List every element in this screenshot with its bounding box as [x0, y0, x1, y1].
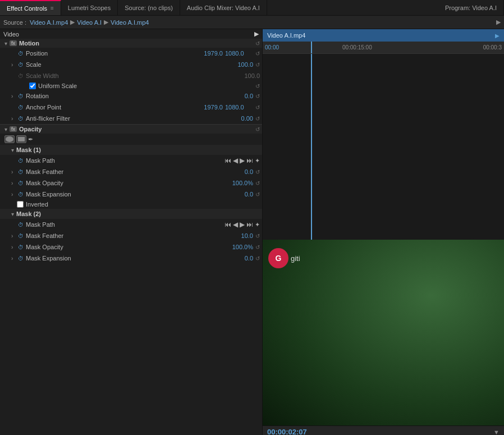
mask-1-header[interactable]: ▾ Mask (1) [0, 145, 262, 155]
mask1-feather-label: Mask Feather [26, 168, 225, 175]
mask2-path-play-btn[interactable]: ▶ [240, 221, 245, 228]
position-x-value[interactable]: 1979.0 [195, 50, 223, 57]
marker-btn[interactable]: ▼ [493, 429, 500, 436]
mask-path-prev-btn[interactable]: ◀ [233, 157, 238, 164]
mask1-opacity-label: Mask Opacity [26, 180, 219, 186]
tab-source[interactable]: Source: (no clips) [118, 0, 180, 15]
mask2-opacity-reset[interactable]: ↺ [255, 244, 260, 250]
uniform-scale-reset-btn[interactable]: ↺ [255, 83, 260, 89]
mask2-path-first-btn[interactable]: ⏮ [224, 221, 231, 228]
mask1-collapse-arrow[interactable]: ▾ [11, 147, 14, 153]
mask2-feather-expand[interactable]: › [11, 233, 18, 239]
mask2-path-prev-btn[interactable]: ◀ [233, 221, 238, 228]
tab-program-monitor[interactable]: Program: Video A.I [438, 0, 504, 15]
rect-mask-btn[interactable] [16, 135, 26, 143]
mask2-path-next-btn[interactable]: ⏭ [246, 221, 253, 228]
rotation-reset-btn[interactable]: ↺ [255, 93, 260, 99]
opacity-collapse-arrow[interactable]: ▾ [4, 126, 7, 132]
anti-flicker-value[interactable]: 0.00 [225, 115, 253, 122]
mask-2-header[interactable]: ▾ Mask (2) [0, 209, 262, 219]
scale-reset-btn[interactable]: ↺ [255, 62, 260, 68]
pen-mask-btn[interactable]: ✒ [28, 136, 33, 143]
mask1-feather-expand[interactable]: › [11, 169, 18, 175]
breadcrumb-clip[interactable]: Video A.I.mp4 [111, 19, 149, 26]
tab-effect-controls[interactable]: Effect Controls ≡ [0, 0, 61, 15]
inverted-label: Inverted [26, 201, 48, 208]
mask-path-add-btn[interactable]: ✦ [255, 157, 260, 164]
mask2-expansion-reset[interactable]: ↺ [255, 255, 260, 262]
mask1-feather-stopwatch-icon[interactable]: ⏱ [18, 169, 26, 175]
breadcrumb-source-file[interactable]: Video A.I.mp4 [30, 19, 68, 26]
scale-value[interactable]: 100.0 [225, 61, 253, 68]
tab-menu-icon[interactable]: ≡ [51, 5, 54, 11]
mask1-opacity-reset[interactable]: ↺ [255, 180, 260, 186]
mask1-path-stopwatch-icon[interactable]: ⏱ [18, 158, 26, 164]
anti-flicker-expand-icon[interactable]: › [11, 116, 18, 122]
right-area: Video A.I.mp4 ▶ 00:00 00:00:15:00 00:00:… [263, 29, 504, 435]
position-stopwatch-icon[interactable]: ⏱ [18, 51, 26, 57]
mask2-path-stopwatch-icon[interactable]: ⏱ [18, 222, 26, 228]
mask2-feather-reset[interactable]: ↺ [255, 233, 260, 239]
tab-audio-clip-mixer[interactable]: Audio Clip Mixer: Video A.I [180, 0, 267, 15]
anchor-stopwatch-icon[interactable]: ⏱ [18, 104, 26, 111]
mask2-opacity-row: › ⏱ Mask Opacity 100.0 % ↺ [0, 241, 262, 253]
mask1-expansion-expand[interactable]: › [11, 191, 18, 198]
anchor-reset-btn[interactable]: ↺ [255, 104, 260, 111]
scale-width-value: 100.0 [232, 72, 260, 79]
anchor-x-value[interactable]: 1979.0 [195, 104, 223, 111]
anti-flicker-stopwatch-icon[interactable]: ⏱ [18, 116, 26, 122]
anchor-y-value[interactable]: 1080.0 [225, 104, 253, 111]
position-y-value[interactable]: 1080.0 [225, 50, 253, 57]
mask1-expansion-value[interactable]: 0.0 [225, 191, 253, 198]
mask-path-play-btn[interactable]: ▶ [240, 157, 245, 164]
tab-source-label: Source: (no clips) [125, 4, 173, 11]
mask2-expansion-expand[interactable]: › [11, 255, 18, 262]
mask-path-first-btn[interactable]: ⏮ [224, 157, 231, 164]
mask2-path-add-btn[interactable]: ✦ [255, 221, 260, 228]
inverted-checkbox[interactable] [17, 201, 24, 208]
mask1-opacity-value[interactable]: 100.0 [219, 180, 248, 186]
expand-icon[interactable]: ▶ [496, 19, 501, 26]
motion-section: ▾ fx Motion ↺ ⏱ Position 1979.0 1080.0 ↺ [0, 39, 262, 124]
tab-lumetri-scopes[interactable]: Lumetri Scopes [61, 0, 118, 15]
mask2-feather-value[interactable]: 10.0 [225, 232, 253, 239]
video-label: Video [3, 31, 19, 38]
motion-collapse-arrow[interactable]: ▾ [4, 40, 7, 47]
mask2-path-label: Mask Path [26, 221, 220, 228]
motion-header[interactable]: ▾ fx Motion ↺ [0, 39, 262, 48]
scale-expand-icon[interactable]: › [11, 62, 18, 68]
ellipse-mask-btn[interactable] [4, 135, 15, 143]
breadcrumb-sequence[interactable]: Video A.I [77, 19, 102, 26]
motion-reset-btn[interactable]: ↺ [255, 40, 260, 47]
effect-list: ▾ fx Motion ↺ ⏱ Position 1979.0 1080.0 ↺ [0, 39, 262, 435]
rotation-value[interactable]: 0.0 [225, 93, 253, 99]
mask2-expansion-stopwatch-icon[interactable]: ⏱ [18, 255, 26, 262]
mask2-collapse-arrow[interactable]: ▾ [11, 211, 14, 217]
clip-header-expand[interactable]: ▶ [495, 33, 500, 39]
opacity-header[interactable]: ▾ fx Opacity ↺ [0, 125, 262, 134]
mask1-feather-value[interactable]: 0.0 [225, 168, 253, 175]
mask1-opacity-stopwatch-icon[interactable]: ⏱ [18, 180, 26, 186]
anti-flicker-reset-btn[interactable]: ↺ [255, 116, 260, 122]
mask2-opacity-stopwatch-icon[interactable]: ⏱ [18, 244, 26, 250]
rotation-expand-icon[interactable]: › [11, 93, 18, 99]
anchor-point-row: ⏱ Anchor Point 1979.0 1080.0 ↺ [0, 102, 262, 113]
mask1-feather-reset[interactable]: ↺ [255, 169, 260, 175]
mask2-expansion-value[interactable]: 0.0 [225, 255, 253, 262]
mask2-feather-stopwatch-icon[interactable]: ⏱ [18, 233, 26, 239]
clip-header-bar: Video A.I.mp4 ▶ [263, 29, 504, 42]
opacity-reset-btn[interactable]: ↺ [255, 126, 260, 132]
mask1-expansion-stopwatch-icon[interactable]: ⏱ [18, 191, 26, 198]
mask-path-next-btn[interactable]: ⏭ [246, 157, 253, 164]
rotation-stopwatch-icon[interactable]: ⏱ [18, 93, 26, 99]
mask2-opacity-value[interactable]: 100.0 [219, 244, 248, 250]
scale-stopwatch-icon[interactable]: ⏱ [18, 62, 26, 68]
breadcrumb-arrow: ▶ [70, 19, 75, 26]
position-reset-btn[interactable]: ↺ [255, 51, 260, 57]
mask2-opacity-percent: % [248, 244, 253, 250]
mask1-expansion-reset[interactable]: ↺ [255, 191, 260, 198]
mask1-opacity-expand[interactable]: › [11, 180, 18, 186]
mask2-opacity-expand[interactable]: › [11, 244, 18, 250]
uniform-scale-checkbox[interactable] [29, 83, 36, 89]
video-expand-icon[interactable]: ▶ [254, 30, 259, 38]
